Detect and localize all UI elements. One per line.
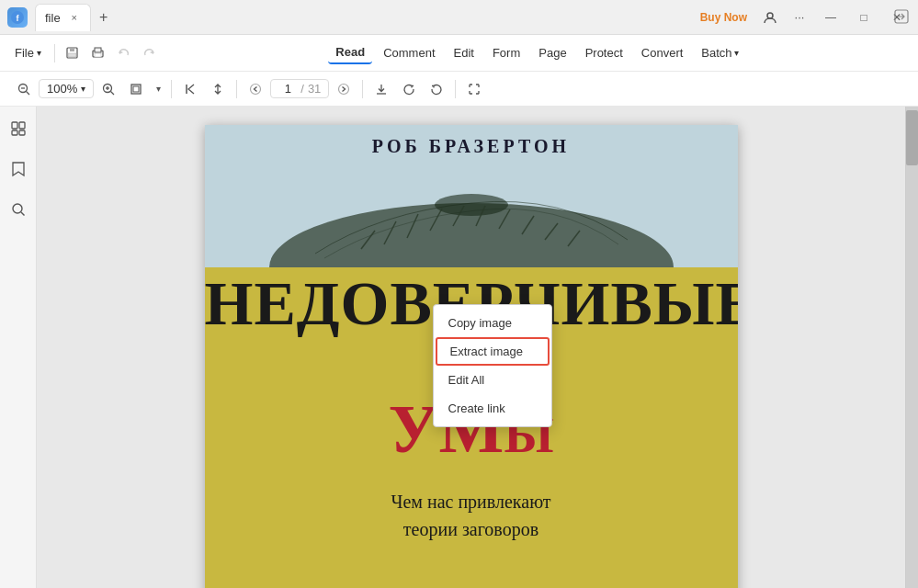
menu-edit-label: Edit <box>454 46 474 60</box>
left-sidebar <box>0 107 37 588</box>
zoom-out-button[interactable] <box>11 76 37 102</box>
next-page-button[interactable] <box>331 76 357 102</box>
svg-line-14 <box>111 91 115 95</box>
page-display: 1 / 31 <box>270 79 329 98</box>
toolbar-sep-1 <box>171 80 172 98</box>
context-menu-create-link[interactable]: Create link <box>434 394 551 423</box>
main-area: РОБ БРАЗЕРТОН <box>0 107 918 588</box>
toolbar-sep-2 <box>236 80 237 98</box>
svg-point-2 <box>767 13 773 18</box>
pages-panel-button[interactable] <box>6 116 31 141</box>
titlebar-actions: Buy Now ··· — □ ✕ <box>695 5 911 30</box>
svg-rect-4 <box>70 48 74 51</box>
title-bar: f file × + Buy Now ··· — □ ✕ <box>0 0 918 35</box>
hill-illustration <box>232 166 710 267</box>
menu-file[interactable]: File ▾ <box>7 43 49 62</box>
export-icon[interactable] <box>894 9 909 27</box>
svg-line-11 <box>27 91 30 95</box>
vertical-scrollbar[interactable] <box>905 107 918 588</box>
svg-point-21 <box>339 84 349 94</box>
menu-convert-label: Convert <box>641 46 684 60</box>
rotate-right-button[interactable] <box>396 76 422 102</box>
redo-button[interactable] <box>138 41 162 65</box>
new-tab-button[interactable]: + <box>93 6 115 28</box>
fit-dropdown-button[interactable]: ▾ <box>151 76 165 102</box>
zoom-in-button[interactable] <box>96 76 121 102</box>
tab-label: file <box>45 11 61 25</box>
menu-batch-arrow: ▾ <box>734 48 739 58</box>
svg-rect-5 <box>68 53 76 57</box>
menu-sep-1 <box>54 44 55 62</box>
download-button[interactable] <box>368 76 394 102</box>
toolbar-sep-4 <box>455 80 456 98</box>
save-button[interactable] <box>61 41 85 65</box>
current-page[interactable]: 1 <box>278 82 297 96</box>
left-toolbar <box>61 41 162 65</box>
toolbar-sep-3 <box>362 80 363 98</box>
menu-page[interactable]: Page <box>531 42 573 63</box>
svg-point-20 <box>251 84 261 94</box>
menu-protect[interactable]: Protect <box>578 42 630 63</box>
menu-file-arrow: ▾ <box>37 48 41 58</box>
svg-rect-23 <box>12 122 17 129</box>
more-icon[interactable]: ··· <box>788 6 811 29</box>
tab-close-button[interactable]: × <box>68 11 81 24</box>
tagline-line1: Чем нас привлекают <box>242 488 701 515</box>
prev-page-button[interactable] <box>243 76 268 102</box>
context-menu-copy-image[interactable]: Copy image <box>434 309 551 337</box>
context-menu: Copy image Extract image Edit All Create… <box>433 304 552 427</box>
menu-read-label: Read <box>335 45 365 59</box>
menu-comment[interactable]: Comment <box>376 42 442 63</box>
minimize-button[interactable]: — <box>817 5 844 30</box>
zoom-display[interactable]: 100% ▾ <box>39 79 94 98</box>
total-pages: 31 <box>308 82 321 96</box>
svg-rect-26 <box>19 130 25 135</box>
svg-rect-8 <box>95 53 101 57</box>
bookmarks-panel-button[interactable] <box>6 156 31 182</box>
bottom-decoration <box>205 584 738 588</box>
svg-point-30 <box>435 194 508 216</box>
document-area[interactable]: РОБ БРАЗЕРТОН <box>37 107 905 588</box>
fullscreen-button[interactable] <box>461 76 487 102</box>
zoom-dropdown-icon: ▾ <box>81 84 85 94</box>
context-menu-extract-image[interactable]: Extract image <box>436 337 550 366</box>
menu-batch-label: Batch <box>701 46 731 60</box>
app-logo: f <box>7 7 28 28</box>
menu-comment-label: Comment <box>383 46 435 60</box>
tagline: Чем нас привлекают теории заговоров <box>242 488 701 543</box>
tab-area: file × + <box>35 4 695 31</box>
undo-button[interactable] <box>112 41 136 65</box>
svg-line-28 <box>21 212 25 216</box>
menu-batch[interactable]: Batch ▾ <box>694 42 745 63</box>
tagline-line2: теории заговоров <box>242 515 701 543</box>
zoom-value: 100% <box>47 82 77 96</box>
context-menu-edit-all[interactable]: Edit All <box>434 366 551 394</box>
svg-point-27 <box>13 204 22 213</box>
toolbar: 100% ▾ ▾ 1 / <box>0 72 918 107</box>
author-name: РОБ БРАЗЕРТОН <box>205 136 738 157</box>
maximize-button[interactable]: □ <box>850 5 878 30</box>
fit-button[interactable] <box>123 76 149 102</box>
cover-top-section: РОБ БРАЗЕРТОН <box>205 125 738 272</box>
user-icon[interactable] <box>758 6 782 29</box>
menu-read[interactable]: Read <box>328 41 372 64</box>
first-page-button[interactable] <box>177 76 203 102</box>
menu-page-label: Page <box>538 46 566 60</box>
menu-form[interactable]: Form <box>485 42 527 63</box>
menu-convert[interactable]: Convert <box>634 42 691 63</box>
svg-rect-7 <box>95 48 101 52</box>
rotate-left-button[interactable] <box>424 76 449 102</box>
menu-file-label: File <box>15 46 34 60</box>
pdf-page: РОБ БРАЗЕРТОН <box>205 125 738 588</box>
print-button[interactable] <box>86 41 110 65</box>
page-separator: / <box>300 82 304 96</box>
menu-protect-label: Protect <box>585 46 623 60</box>
menu-form-label: Form <box>493 46 520 60</box>
scrollbar-thumb[interactable] <box>906 110 918 165</box>
file-tab[interactable]: file × <box>35 4 91 31</box>
menu-edit[interactable]: Edit <box>447 42 482 63</box>
svg-rect-25 <box>12 130 17 135</box>
buy-now-button[interactable]: Buy Now <box>695 8 753 27</box>
scroll-mode-button[interactable] <box>205 76 231 102</box>
search-panel-button[interactable] <box>6 197 31 222</box>
